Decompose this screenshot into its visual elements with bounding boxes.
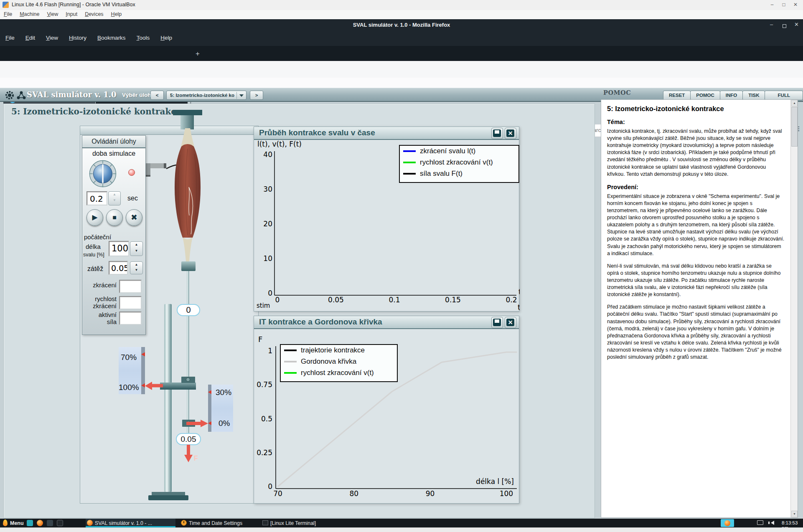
window-close-button[interactable]: ✕ <box>505 128 516 139</box>
axis-label: délka l [%] <box>476 477 514 486</box>
start-button[interactable]: ▶ <box>86 209 103 226</box>
ff-menu-bookmarks[interactable]: Bookmarks <box>97 35 126 41</box>
tray-firefox-highlight[interactable] <box>721 519 734 527</box>
load-input[interactable]: 0.05 <box>109 261 128 275</box>
scroll-up-icon[interactable]: ▲ <box>791 100 798 106</box>
scrollbar-thumb[interactable] <box>791 107 798 147</box>
load-spinner[interactable]: ▲ ▼ <box>130 261 143 274</box>
screen: Linux Lite 4.6 Flash [Running] - Oracle … <box>0 0 803 532</box>
vbox-menu-devices[interactable]: Devices <box>85 11 103 17</box>
reset-button[interactable]: RESET <box>663 91 691 100</box>
taskbar-item-sval[interactable]: SVAL simulátor v. 1.0 - ... <box>86 519 175 527</box>
y-tick-label: 1 <box>268 347 272 355</box>
shade-icon <box>495 319 499 323</box>
vbox-menu-machine[interactable]: Machine <box>20 11 39 17</box>
right-scale-top-label: 30% <box>216 388 231 397</box>
vbox-maximize-button[interactable]: □ <box>778 1 789 8</box>
length-pointer-arrow[interactable] <box>151 384 163 388</box>
vbox-menu-file[interactable]: File <box>4 11 12 17</box>
shortening-label: zkrácení <box>82 281 117 289</box>
task-next-button[interactable]: > <box>250 91 263 100</box>
vbox-menu-input[interactable]: Input <box>66 11 77 17</box>
tisk-button[interactable]: TISK <box>742 91 765 100</box>
initial-length-spinner[interactable]: ▲ ▼ <box>130 241 143 256</box>
ff-menu-edit[interactable]: Edit <box>25 35 35 41</box>
spinner-down-icon[interactable]: ▼ <box>130 268 142 274</box>
spinner-down-icon[interactable]: ▼ <box>109 198 120 205</box>
taskbar-menu-button[interactable]: Menu <box>10 520 24 526</box>
initial-length-input[interactable]: 100 <box>109 241 129 256</box>
vbox-menu-view[interactable]: View <box>47 11 58 17</box>
left-scale-bottom-label: 100% <box>119 383 139 392</box>
control-panel-title[interactable]: Ovládání úlohy <box>82 136 145 148</box>
window-shade-button[interactable] <box>491 128 503 139</box>
vbox-minimize-button[interactable]: – <box>767 1 778 8</box>
stand-base <box>148 495 188 500</box>
volume-icon[interactable] <box>771 521 774 525</box>
display-tray-icon[interactable] <box>757 520 763 525</box>
vbox-close-button[interactable]: ✕ <box>790 1 801 8</box>
vbox-menu-help[interactable]: Help <box>111 11 122 17</box>
virtualbox-icon <box>3 2 9 8</box>
taskbar-item-time-date[interactable]: Time and Date Settings <box>180 519 257 527</box>
legend-label: zkrácení svalu l(t) <box>420 147 475 155</box>
legend-label: Gordonova křivka <box>301 357 356 365</box>
vbox-titlebar: Linux Lite 4.6 Flash [Running] - Oracle … <box>0 0 803 10</box>
force-arrow-label: F <box>194 455 198 462</box>
firefox-close-button[interactable]: ✕ <box>794 21 799 28</box>
axis-label: stim <box>257 302 270 309</box>
help-scrollbar[interactable]: ▲ ▼ <box>790 100 798 517</box>
chart-window-header[interactable]: Průběh kontrakce svalu v čase ✕ <box>254 127 519 140</box>
help-panel: 5: Izometricko-izotonické kontrakce Téma… <box>601 99 798 518</box>
task-prev-button[interactable]: < <box>150 91 164 100</box>
chart-title: IT kontrakce a Gordonova křivka <box>259 317 382 327</box>
fullscreen-button[interactable]: FULL SCREEN <box>765 91 803 100</box>
scroll-down-icon[interactable]: ▼ <box>791 511 798 517</box>
load-badge-value: 0.05 <box>181 435 196 443</box>
clear-button[interactable]: ✖ <box>126 209 142 226</box>
new-tab-button[interactable]: + <box>196 50 200 58</box>
stop-button[interactable]: ■ <box>106 209 123 226</box>
toolbar-button-group: RESET POMOC INFO TISK FULL SCREEN <box>663 91 803 100</box>
right-scale-bottom-label: 0% <box>219 419 230 428</box>
pomoc-button[interactable]: POMOC <box>690 91 720 100</box>
firefox-restore-button[interactable] <box>783 24 786 28</box>
info-button[interactable]: INFO <box>720 91 743 100</box>
sim-time-input[interactable]: 0.2 <box>86 191 107 205</box>
close-icon: ✕ <box>506 319 514 326</box>
spinner-down-icon[interactable]: ▼ <box>130 249 142 256</box>
y-tick-label: 0.25 <box>257 448 272 457</box>
legend-swatch <box>284 361 297 362</box>
y-tick-label: 30 <box>263 185 272 193</box>
gear-flower-icon <box>4 90 15 102</box>
x-tick-label: 0 <box>275 296 280 304</box>
ff-menu-file[interactable]: File <box>5 35 15 41</box>
sliding-table[interactable] <box>160 383 196 390</box>
window-shade-button[interactable] <box>491 317 503 328</box>
launcher-home-icon[interactable] <box>47 520 53 526</box>
linux-lite-menu-icon[interactable] <box>3 519 8 526</box>
launcher-firefox-icon[interactable] <box>37 520 43 526</box>
taskbar-item-terminal[interactable]: [Linux Lite Terminal] <box>261 519 334 527</box>
sim-time-unit: sec <box>127 195 138 202</box>
legend-swatch <box>403 162 416 163</box>
ff-menu-help[interactable]: Help <box>160 35 172 41</box>
help-paragraph: Není-li sval stimulován, má sval délku k… <box>607 263 785 299</box>
launcher-terminal-icon[interactable] <box>57 520 63 526</box>
shortening-pointer-arrow[interactable] <box>186 422 201 425</box>
clamp-screw <box>186 378 190 382</box>
x-tick-label: 0.05 <box>328 296 344 304</box>
x-tick-label: 70 <box>273 489 282 498</box>
ff-menu-view[interactable]: View <box>46 35 58 41</box>
sim-time-spinner[interactable]: ▲ ▼ <box>108 191 121 205</box>
x-tick-label: 0.2 <box>506 296 517 304</box>
window-close-button[interactable]: ✕ <box>505 317 516 328</box>
sim-time-knob[interactable] <box>88 159 117 188</box>
task-select-dropdown[interactable]: 5: Izometricko-izotonické ko <box>166 91 246 100</box>
firefox-minimize-button[interactable]: – <box>770 21 773 28</box>
ff-menu-history[interactable]: History <box>69 35 86 41</box>
chart-window-header[interactable]: IT kontrakce a Gordonova křivka ✕ <box>254 316 519 329</box>
ff-menu-tools[interactable]: Tools <box>137 35 150 41</box>
control-panel: Ovládání úlohy doba simulace 0.2 ▲ ▼ <box>82 135 146 335</box>
launcher-files-icon[interactable] <box>27 520 33 526</box>
